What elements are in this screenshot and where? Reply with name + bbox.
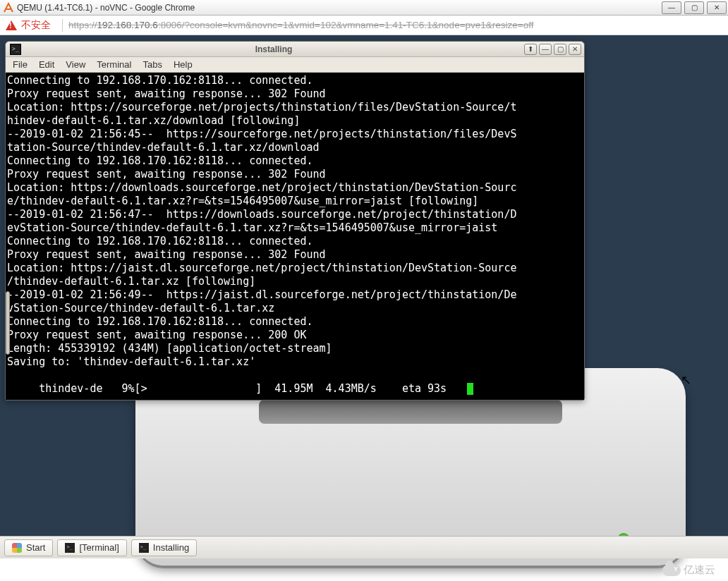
menu-file[interactable]: File xyxy=(13,59,28,70)
url-path: :8006/?console=kvm&novnc=1&vmid=102&vmna… xyxy=(158,20,534,30)
watermark: 亿速云 xyxy=(662,563,715,577)
terminal-output: Connecting to 192.168.170.162:8118... co… xyxy=(7,74,583,396)
start-button[interactable]: Start xyxy=(4,539,53,556)
menu-help[interactable]: Help xyxy=(174,59,193,70)
chrome-titlebar: QEMU (1.41-TC6.1) - noVNC - Google Chrom… xyxy=(0,0,728,16)
taskbar-item-terminal[interactable]: [Terminal] xyxy=(57,539,126,556)
insecure-warning-icon xyxy=(6,20,17,30)
chrome-close-button[interactable]: ✕ xyxy=(707,1,727,14)
menu-edit[interactable]: Edit xyxy=(39,59,54,70)
start-label: Start xyxy=(26,542,45,553)
separator xyxy=(62,19,63,32)
start-icon xyxy=(12,543,22,553)
menu-terminal[interactable]: Terminal xyxy=(97,59,131,70)
taskbar-item-label: [Terminal] xyxy=(79,542,119,553)
terminal-minimize-button[interactable]: — xyxy=(539,44,552,55)
chrome-address-row: 不安全 https://192.168.170.6:8006/?console=… xyxy=(0,16,728,35)
mouse-cursor-icon: ↖ xyxy=(681,372,691,388)
url-host: 192.168.170.6 xyxy=(97,20,158,30)
chrome-window-title: QEMU (1.41-TC6.1) - noVNC - Google Chrom… xyxy=(17,3,195,13)
desktop-taskbar: Start [Terminal] Installing xyxy=(0,536,728,558)
insecure-label: 不安全 xyxy=(21,19,51,32)
menu-tabs[interactable]: Tabs xyxy=(142,59,162,70)
terminal-icon xyxy=(139,543,149,553)
chrome-maximize-button[interactable]: ▢ xyxy=(684,1,704,14)
terminal-close-button[interactable]: ✕ xyxy=(569,44,581,55)
url-scheme: https:// xyxy=(68,20,97,30)
chrome-minimize-button[interactable]: — xyxy=(662,1,681,14)
terminal-icon xyxy=(10,44,21,55)
chrome-window-controls: — ▢ ✕ xyxy=(660,1,728,15)
taskbar-item-installing[interactable]: Installing xyxy=(131,539,197,556)
cloud-icon xyxy=(662,565,681,576)
taskbar-item-label: Installing xyxy=(153,542,189,553)
terminal-icon xyxy=(65,543,75,553)
terminal-titlebar[interactable]: Installing ⬆ — ▢ ✕ xyxy=(6,42,584,57)
terminal-scrollbar[interactable] xyxy=(6,291,10,355)
watermark-text: 亿速云 xyxy=(684,563,715,577)
terminal-menubar: File Edit View Terminal Tabs Help xyxy=(6,57,584,73)
terminal-window: Installing ⬆ — ▢ ✕ File Edit View Termin… xyxy=(5,41,585,400)
address-url[interactable]: https://192.168.170.6:8006/?console=kvm&… xyxy=(68,20,533,30)
novnc-icon xyxy=(3,2,14,13)
terminal-maximize-button[interactable]: ▢ xyxy=(554,44,566,55)
menu-view[interactable]: View xyxy=(66,59,85,70)
terminal-keep-above-button[interactable]: ⬆ xyxy=(524,44,537,55)
terminal-title: Installing xyxy=(25,44,522,54)
terminal-body[interactable]: Connecting to 192.168.170.162:8118... co… xyxy=(6,73,584,400)
